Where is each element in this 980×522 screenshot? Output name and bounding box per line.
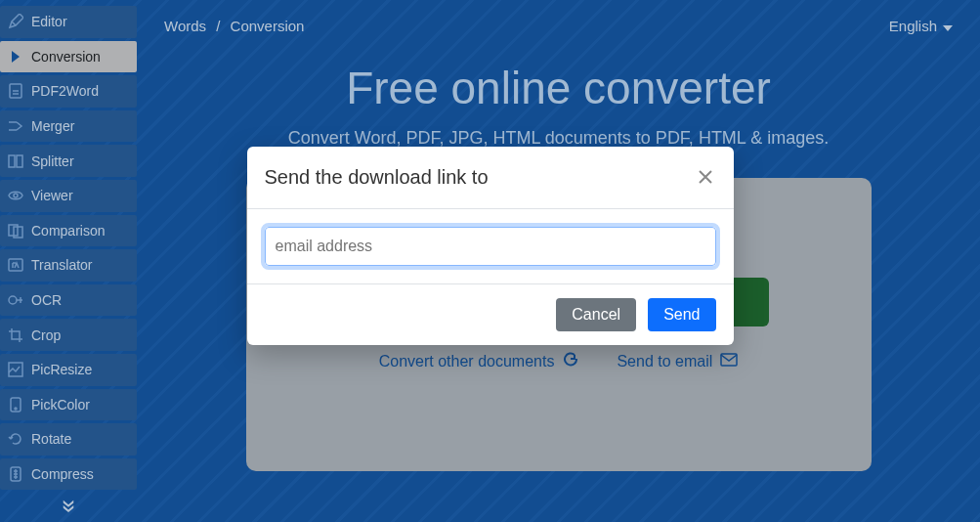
modal-overlay[interactable]: Send the download link to Cancel Send xyxy=(0,0,980,522)
modal-footer: Cancel Send xyxy=(247,284,734,345)
modal-title: Send the download link to xyxy=(265,166,489,189)
modal-body xyxy=(247,209,734,284)
email-field[interactable] xyxy=(265,227,716,266)
send-button[interactable]: Send xyxy=(648,298,715,331)
close-icon xyxy=(699,166,712,188)
send-email-modal: Send the download link to Cancel Send xyxy=(247,147,734,345)
modal-close-button[interactable] xyxy=(695,162,716,193)
cancel-button[interactable]: Cancel xyxy=(556,298,636,331)
modal-header: Send the download link to xyxy=(247,147,734,209)
